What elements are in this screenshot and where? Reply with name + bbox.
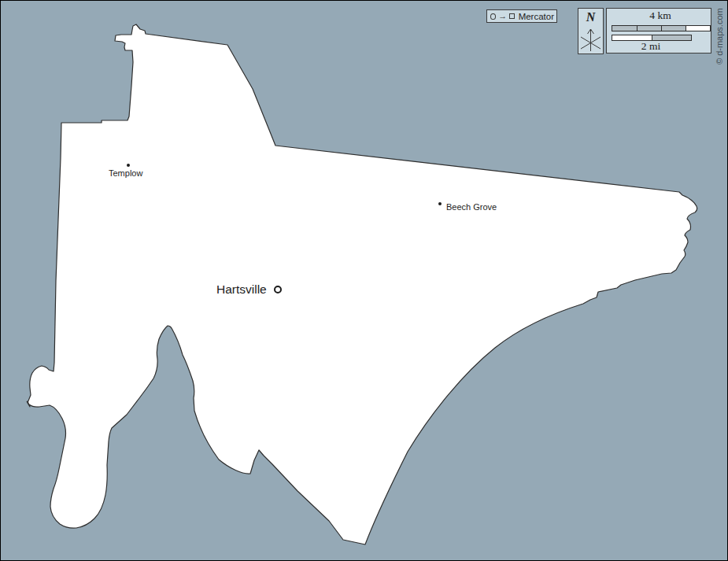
place-label: Hartsville [216, 283, 267, 296]
place-marker [438, 202, 442, 205]
north-label: N [578, 10, 603, 24]
circle-icon [490, 13, 496, 20]
scale-segment [661, 26, 686, 31]
arrow-right-icon: → [498, 12, 507, 20]
projection-badge: → Mercator [486, 9, 557, 23]
square-icon [509, 13, 514, 19]
places-layer: TemplowBeech GroveHartsville [1, 1, 727, 560]
compass-rose-icon [578, 27, 603, 54]
compass-panel: N [578, 8, 604, 54]
scale-segment [686, 26, 710, 31]
place-label: Templow [109, 169, 142, 179]
copyright-credit: © d-maps.com [715, 5, 724, 65]
place-marker [127, 164, 130, 167]
projection-label: Mercator [519, 12, 554, 21]
map-canvas: TemplowBeech GroveHartsville → Mercator … [0, 0, 728, 561]
scale-segment [612, 26, 637, 31]
scale-mi-label: 2 mi [612, 40, 690, 53]
place-label: Beech Grove [446, 203, 497, 212]
scale-segment [637, 26, 661, 31]
scale-km-label: 4 km [612, 9, 709, 22]
scale-panel: 4 km 2 mi [606, 8, 711, 54]
place-marker [274, 286, 282, 293]
scale-bar-km [612, 25, 711, 31]
